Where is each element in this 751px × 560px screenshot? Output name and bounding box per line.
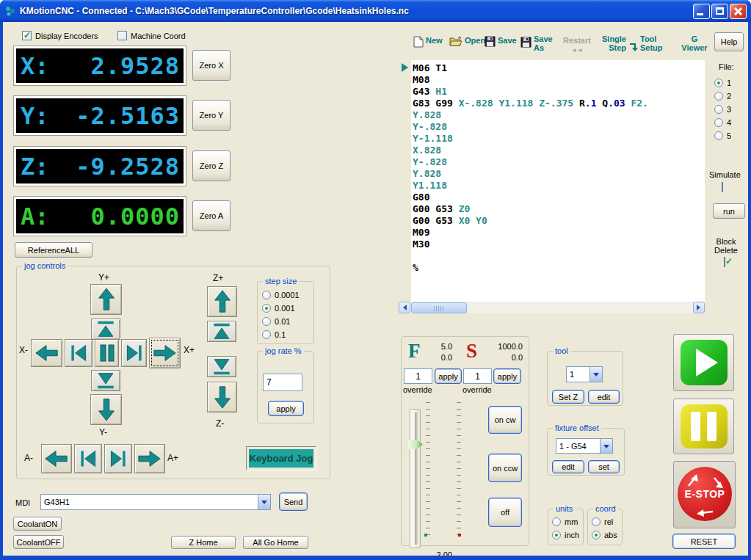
jog-z-plus-button[interactable] [207,286,237,317]
jog-x-step-minus-button[interactable] [65,339,92,367]
z-home-button[interactable]: Z Home [171,536,236,549]
feed-override-input[interactable] [404,368,432,384]
file-option-2[interactable]: 2 [714,90,731,102]
machine-coord-checkbox[interactable]: Machine Coord [117,31,186,40]
tool-dropdown-button[interactable] [589,367,602,382]
jog-y-step-minus-button[interactable] [91,370,120,391]
jog-rate-apply-button[interactable]: apply [268,401,304,416]
jog-a-step-plus-button[interactable] [104,444,132,473]
zero-x-button[interactable]: Zero X [192,50,231,81]
radio-icon [714,105,723,114]
reset-button[interactable]: RESET [672,534,736,549]
keyboard-jog-button[interactable]: Keyboard Jog [246,446,316,470]
tool-set-z-button[interactable]: Set Z [552,390,584,404]
mdi-send-button[interactable]: Send [279,492,308,511]
toolbar-save-button[interactable]: Save [485,36,517,47]
jog-y-step-plus-button[interactable] [91,319,120,340]
file-option-3[interactable]: 3 [714,103,731,115]
fixture-offset-combobox[interactable]: 1 - G54 [556,438,613,454]
gcode-text-area[interactable]: M06 T1M08G43 H1G83 G99 X-.828 Y1.118 Z-.… [411,60,705,302]
arrow-right-icon [137,448,162,470]
zero-a-button[interactable]: Zero A [192,200,231,231]
toolbar-g-viewer-button[interactable]: G Viewer [678,34,711,52]
simulate-checkbox[interactable] [722,182,723,192]
step-size-option-0.1[interactable]: 0.1 [262,328,300,341]
spindle-off-button[interactable]: off [488,498,522,527]
display-encoders-checkbox[interactable]: Display Encoders [22,31,98,40]
jog-z-step-minus-button[interactable] [207,356,236,377]
units-option-inch[interactable]: inch [552,528,579,541]
jog-x-minus-button[interactable] [31,339,62,367]
file-option-4[interactable]: 4 [714,116,731,128]
feed-hold-button[interactable] [673,399,734,454]
scroll-right-button[interactable] [693,302,705,313]
reference-all-button[interactable]: ReferenceALL [15,242,92,258]
minimize-button[interactable] [693,4,710,19]
scroll-left-button[interactable] [399,302,410,313]
radio-label: 5 [727,131,731,140]
new-file-icon [413,36,424,48]
jog-rate-input[interactable] [263,374,302,391]
coord-options: relabs [592,515,617,542]
gcode-line: M09 [413,227,705,239]
feed-override-slider[interactable] [410,409,421,548]
spindle-apply-button[interactable]: apply [493,368,521,384]
spindle-on-ccw-button[interactable]: on ccw [488,454,522,482]
jog-x-plus-button[interactable] [149,338,181,368]
gcode-horizontal-scrollbar[interactable] [399,302,705,313]
fixture-set-button[interactable]: set [588,460,620,473]
zero-z-button[interactable]: Zero Z [192,150,231,181]
block-delete-checkbox[interactable] [724,257,725,267]
jog-a-step-minus-button[interactable] [74,444,102,473]
coord-option-abs[interactable]: abs [592,528,617,541]
help-button[interactable]: Help [714,32,744,51]
scrollbar-thumb[interactable] [411,302,467,313]
jog-y-minus-button[interactable] [90,394,122,425]
toolbar-tool-setup-button[interactable]: Tool Setup [640,34,671,52]
toolbar-restart-button[interactable]: Restart ◄◄ [563,36,591,55]
jog-x-step-plus-button[interactable] [121,339,147,367]
jog-a-minus-button[interactable] [41,444,72,473]
coord-option-rel[interactable]: rel [592,515,617,528]
step-size-option-0.0001[interactable]: 0.0001 [262,288,300,301]
spindle-on-cw-button[interactable]: on cw [488,406,522,434]
step-right-icon [124,343,145,363]
mdi-combobox[interactable]: G43H1 [40,494,271,510]
step-size-option-0.01[interactable]: 0.01 [262,315,300,327]
tool-combobox[interactable]: 1 [566,366,603,382]
step-size-option-0.001[interactable]: 0.001 [262,302,300,314]
tool-edit-button[interactable]: edit [588,390,620,404]
fixture-dropdown-button[interactable] [600,439,612,453]
estop-button[interactable]: E-STOP [673,461,736,528]
mdi-dropdown-button[interactable] [258,495,270,509]
file-option-1[interactable]: 1 [714,76,731,89]
maximize-button[interactable] [711,4,728,19]
jog-pause-button[interactable] [95,339,119,367]
all-go-home-button[interactable]: All Go Home [243,536,308,549]
fixture-edit-button[interactable]: edit [552,460,584,473]
feed-apply-button[interactable]: apply [435,368,462,384]
toolbar-new-button[interactable]: New [413,36,443,48]
close-button[interactable] [730,4,747,19]
zero-y-button[interactable]: Zero Y [192,100,231,131]
cycle-start-button[interactable] [673,334,734,391]
gcode-editor[interactable]: M06 T1M08G43 H1G83 G99 X-.828 Y1.118 Z-.… [399,60,705,313]
run-button[interactable]: run [713,203,745,219]
toolbar-open-button[interactable]: Open [449,36,485,46]
toolbar-single-step-button[interactable]: Single Step [598,34,639,52]
jog-a-plus-button[interactable] [134,444,165,473]
toolbar-save-as-button[interactable]: Save As [520,34,558,52]
radio-icon [714,92,723,101]
gcode-line: G80 [413,192,705,203]
step-size-group-label: step size [263,277,299,286]
estop-rotate-arrows-icon [678,467,732,521]
file-option-5[interactable]: 5 [714,129,731,142]
jog-z-step-plus-button[interactable] [207,321,236,342]
coolant-off-button[interactable]: CoolantOFF [13,535,64,549]
spindle-override-input[interactable] [463,368,492,384]
jog-y-plus-button[interactable] [90,284,122,315]
units-option-mm[interactable]: mm [552,515,579,528]
fixture-offset-group: fixture offset 1 - G54 edit set [547,428,625,476]
coolant-on-button[interactable]: CoolantON [13,517,62,531]
jog-z-minus-button[interactable] [207,382,237,412]
